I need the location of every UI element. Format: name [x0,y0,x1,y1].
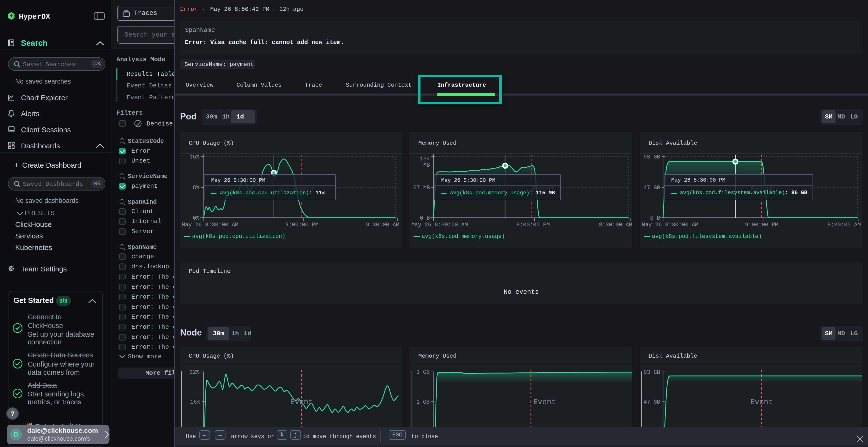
svg-text:0 B: 0 B [420,215,430,221]
svg-text:8:30:00 AM: 8:30:00 AM [599,222,632,228]
svg-text:9:00:00 PM: 9:00:00 PM [517,222,550,228]
svg-text:8:30:00 AM: 8:30:00 AM [366,222,399,228]
svg-text:16%: 16% [190,399,200,405]
svg-text:9:00:00 PM: 9:00:00 PM [285,222,318,228]
svg-text:1 GB: 1 GB [416,399,430,405]
svg-text:93 GB: 93 GB [644,369,660,375]
svg-text:May 26 8:30:00 AM: May 26 8:30:00 AM [642,222,699,228]
svg-text:8:30:00 AM: 8:30:00 AM [828,222,861,228]
svg-text:May 26 8:30:00 AM: May 26 8:30:00 AM [411,222,468,228]
svg-text:32%: 32% [189,369,199,375]
svg-text:93 GB: 93 GB [644,154,660,160]
svg-text:0%: 0% [193,215,199,221]
svg-text:3 GB: 3 GB [416,369,430,375]
svg-text:9:00:00 PM: 9:00:00 PM [745,222,778,228]
svg-text:16%: 16% [189,154,199,160]
svg-text:47 GB: 47 GB [644,185,660,191]
svg-text:47 GB: 47 GB [644,399,660,405]
svg-text:May 26 8:30:00 AM: May 26 8:30:00 AM [182,222,239,228]
svg-text:8%: 8% [193,185,199,191]
svg-text:134: 134 [420,156,430,162]
svg-text:0 B: 0 B [650,215,660,221]
svg-text:MB: MB [423,162,430,168]
svg-text:67 MB: 67 MB [413,185,430,191]
